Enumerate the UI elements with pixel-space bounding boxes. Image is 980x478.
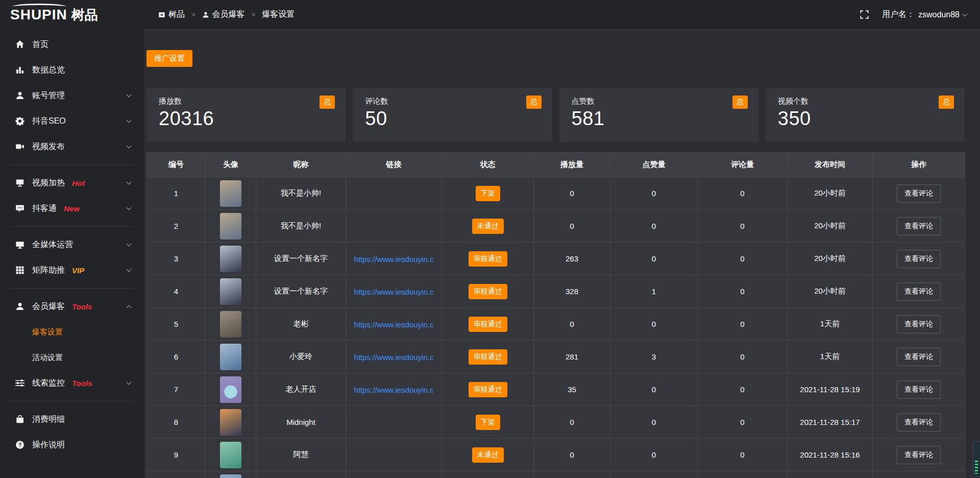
video-link[interactable]: https://www.iesdouyin.c [354,386,434,394]
cell-time [788,471,873,478]
videos-table: 编号头像昵称链接状态播放量点赞量评论量发布时间操作1我不是小帅!下架00020小… [146,152,965,478]
sidebar-subitem-activity-settings[interactable]: 活动设置 [0,345,144,370]
sidebar-item-clue-monitor[interactable]: 线索监控Tools [0,370,144,396]
cell-likes: 0 [610,308,698,341]
chevron-up-icon [127,305,132,310]
cell-likes: 3 [610,341,698,373]
cell-nickname: 我不是小帅! [256,210,346,243]
topbar: SHUPIN 树品 树品>会员爆客>爆客设置 用户名： zswodun88 [0,0,980,30]
cell-status: 未通过 [442,439,534,471]
table-row: 9阿慧未通过0002021-11-28 15:16查看评论 [147,439,965,471]
cell-link: https://www.iesdouyin.c [346,275,442,308]
total-badge: 总 [526,95,542,109]
sidebar-item-account-management[interactable]: 账号管理 [0,83,144,108]
sidebar-item-tag: VIP [72,266,84,275]
cell-avatar [206,243,256,275]
stat-card: 评论数50总 [353,88,552,142]
video-link[interactable]: https://www.iesdouyin.c [354,320,434,329]
stat-card-value: 20316 [159,108,333,130]
table-row: 4设置一个新名字https://www.iesdouyin.c审核通过32810… [147,275,965,308]
cell-comments: 0 [698,406,788,439]
chevron-down-icon [127,267,132,272]
floating-widget[interactable] [973,441,980,477]
cell-link: https://www.iesdouyin.c [346,308,442,341]
sidebar-item-label: 抖客通 [32,203,57,214]
status-badge: 审核通过 [469,317,507,332]
sidebar-item-home[interactable]: 首页 [0,32,144,57]
stat-card-value: 50 [365,108,540,130]
avatar [220,246,241,272]
view-comments-button[interactable]: 查看评论 [897,413,941,432]
avatar [220,442,241,468]
sidebar-item-omnimedia-operation[interactable]: 全媒体运营 [0,232,144,257]
sidebar-item-consumption-detail[interactable]: 消费明细 [0,407,144,432]
promotion-settings-button[interactable]: 推广设置 [146,50,192,67]
cell-action: 查看评论 [873,177,965,210]
sidebar-item-label: 账号管理 [32,90,65,101]
cell-status: 审核通过 [442,341,534,373]
video-link[interactable]: https://www.iesdouyin.c [354,353,434,362]
view-comments-button[interactable]: 查看评论 [897,348,941,366]
breadcrumb-label: 爆客设置 [262,9,295,20]
cell-link [346,177,442,210]
cell-nickname: Midnight [256,406,346,439]
cell-action: 查看评论 [873,373,965,406]
sidebar-item-label: 视频加热 [32,178,65,188]
cell-likes: 0 [610,177,698,210]
sidebar-item-member-baoke[interactable]: 会员爆客Tools [0,294,144,319]
stat-card-label: 点赞数 [572,97,746,106]
sidebar-item-operation-guide[interactable]: ?操作说明 [0,432,144,458]
view-comments-button[interactable]: 查看评论 [897,184,941,203]
sidebar-item-douyin-seo[interactable]: 抖音SEO [0,108,144,134]
cell-id: 8 [147,406,206,439]
view-comments-button[interactable]: 查看评论 [897,446,941,464]
cell-time: 1天前 [788,308,873,341]
stat-card-label: 播放数 [159,97,333,106]
panel-icon [158,11,165,18]
view-comments-button[interactable]: 查看评论 [897,380,941,399]
app-logo[interactable]: SHUPIN 树品 [0,0,144,30]
sidebar-item-video-publish[interactable]: 视频发布 [0,134,144,159]
sidebar-item-tag: Tools [72,379,92,388]
cell-status: 审核通过 [442,243,534,275]
sidebar-item-douketong[interactable]: 抖客通New [0,196,144,221]
sidebar-item-tag: Tools [72,302,92,311]
video-link[interactable]: https://www.iesdouyin.c [354,288,434,296]
column-header: 头像 [206,153,256,177]
stat-cards: 播放数20316总评论数50总点赞数581总视频个数350总 [146,88,965,142]
chevron-down-icon [127,144,132,149]
breadcrumb-item[interactable]: 爆客设置 [262,9,295,20]
status-badge: 未通过 [472,219,504,234]
sidebar-item-video-heat[interactable]: 视频加热Hot [0,170,144,196]
stat-card: 视频个数350总 [766,88,965,142]
cell-plays: 328 [534,275,610,308]
sidebar-subitem-baoke-settings[interactable]: 爆客设置 [0,319,144,345]
cell-comments: 0 [698,243,788,275]
cell-action: 查看评论 [873,243,965,275]
cell-status [442,471,534,478]
sidebar-item-data-overview[interactable]: 数据总览 [0,57,144,83]
video-link[interactable]: https://www.iesdouyin.c [354,255,434,264]
cell-id: 9 [147,439,206,471]
sidebar-divider [0,283,144,294]
user-menu[interactable]: 用户名： zswodun88 [882,9,967,20]
view-comments-button[interactable]: 查看评论 [897,282,941,301]
avatar [220,213,241,240]
avatar [220,474,241,478]
cell-time: 20小时前 [788,210,873,243]
cell-comments: 0 [698,177,788,210]
avatar [220,376,241,403]
view-comments-button[interactable]: 查看评论 [897,217,941,235]
view-comments-button[interactable]: 查看评论 [897,250,941,268]
cell-time: 20小时前 [788,275,873,308]
breadcrumb-item[interactable]: 会员爆客 [202,9,245,20]
cell-avatar [206,373,256,406]
cell-time: 20小时前 [788,177,873,210]
column-header: 评论量 [698,153,788,177]
breadcrumb-item[interactable]: 树品 [158,9,185,20]
sidebar-item-matrix-boost[interactable]: 矩阵助推VIP [0,257,144,283]
view-comments-button[interactable]: 查看评论 [897,315,941,333]
status-badge: 审核通过 [469,251,507,267]
cell-likes: 0 [610,243,698,275]
fullscreen-icon[interactable] [860,10,869,19]
